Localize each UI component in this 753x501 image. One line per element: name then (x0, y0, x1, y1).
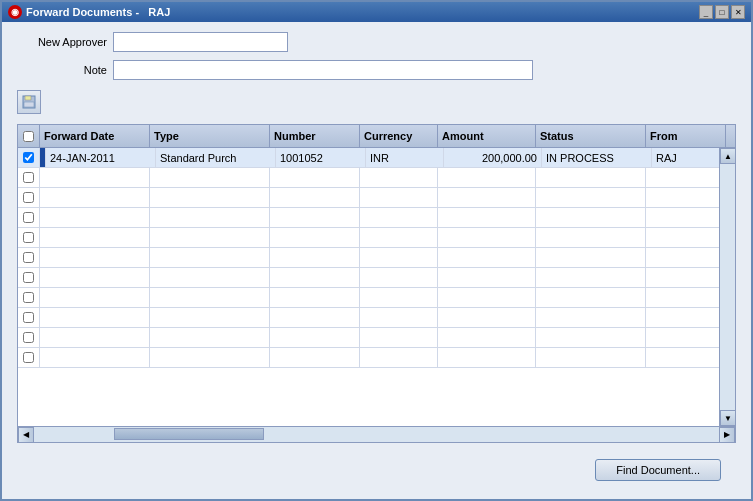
cell-empty (360, 248, 438, 267)
cell-currency: INR (366, 148, 444, 167)
row-checkbox[interactable] (23, 252, 34, 263)
hscroll-thumb[interactable] (114, 428, 264, 440)
close-button[interactable]: ✕ (731, 5, 745, 19)
cell-empty (270, 348, 360, 367)
find-document-button[interactable]: Find Document... (595, 459, 721, 481)
header-amount: Amount (438, 125, 536, 147)
main-window: ◉ Forward Documents - RAJ _ □ ✕ New Appr… (0, 0, 753, 501)
svg-rect-2 (24, 102, 34, 107)
cell-status: IN PROCESS (542, 148, 652, 167)
row-checkbox-cell (18, 348, 40, 367)
cell-empty (536, 208, 646, 227)
header-date: Forward Date (40, 125, 150, 147)
cell-date: 24-JAN-2011 (46, 148, 156, 167)
cell-empty (536, 308, 646, 327)
cell-empty (646, 348, 719, 367)
header-checkbox-cell (18, 125, 40, 147)
cell-empty (40, 188, 150, 207)
cell-empty (150, 268, 270, 287)
table-row (18, 188, 719, 208)
row-checkbox[interactable] (23, 332, 34, 343)
cell-empty (40, 308, 150, 327)
row-checkbox-cell (18, 268, 40, 287)
cell-empty (40, 288, 150, 307)
cell-empty (40, 248, 150, 267)
scroll-up-button[interactable]: ▲ (720, 148, 735, 164)
row-checkbox[interactable] (23, 272, 34, 283)
row-checkbox[interactable] (23, 232, 34, 243)
title-bar: ◉ Forward Documents - RAJ _ □ ✕ (2, 2, 751, 22)
app-icon: ◉ (8, 5, 22, 19)
table-body-area: 24-JAN-2011 Standard Purch 1001052 INR 2… (18, 148, 735, 426)
cell-empty (150, 328, 270, 347)
cell-empty (360, 268, 438, 287)
cell-empty (360, 168, 438, 187)
cell-empty (536, 168, 646, 187)
maximize-button[interactable]: □ (715, 5, 729, 19)
svg-rect-1 (25, 96, 31, 100)
cell-empty (270, 308, 360, 327)
cell-empty (40, 168, 150, 187)
row-checkbox[interactable] (23, 352, 34, 363)
row-checkbox[interactable] (23, 152, 34, 163)
header-type: Type (150, 125, 270, 147)
cell-empty (270, 168, 360, 187)
cell-empty (150, 228, 270, 247)
note-input[interactable] (113, 60, 533, 80)
scroll-left-button[interactable]: ◀ (18, 427, 34, 443)
horizontal-scrollbar[interactable]: ◀ ▶ (18, 426, 735, 442)
cell-empty (438, 308, 536, 327)
cell-empty (438, 248, 536, 267)
note-label: Note (17, 64, 107, 76)
approver-input[interactable] (113, 32, 288, 52)
table-row (18, 228, 719, 248)
cell-empty (438, 168, 536, 187)
cell-empty (40, 208, 150, 227)
cell-empty (646, 188, 719, 207)
cell-empty (40, 268, 150, 287)
cell-empty (270, 188, 360, 207)
minimize-button[interactable]: _ (699, 5, 713, 19)
row-checkbox[interactable] (23, 212, 34, 223)
table-row (18, 308, 719, 328)
cell-empty (150, 208, 270, 227)
documents-table: Forward Date Type Number Currency Amount… (17, 124, 736, 443)
row-checkbox-cell (18, 308, 40, 327)
row-checkbox[interactable] (23, 172, 34, 183)
cell-empty (438, 208, 536, 227)
cell-empty (270, 328, 360, 347)
cell-empty (536, 328, 646, 347)
row-checkbox[interactable] (23, 292, 34, 303)
cell-empty (438, 288, 536, 307)
cell-empty (150, 348, 270, 367)
save-toolbar-button[interactable] (17, 90, 41, 114)
footer: Find Document... (17, 451, 736, 489)
row-checkbox-cell (18, 248, 40, 267)
cell-empty (360, 228, 438, 247)
cell-empty (270, 268, 360, 287)
hscroll-track[interactable] (34, 427, 719, 442)
select-all-checkbox[interactable] (23, 131, 34, 142)
cell-empty (646, 308, 719, 327)
scroll-down-button[interactable]: ▼ (720, 410, 735, 426)
note-row: Note (17, 60, 736, 80)
table-row (18, 248, 719, 268)
table-row[interactable]: 24-JAN-2011 Standard Purch 1001052 INR 2… (18, 148, 719, 168)
table-rows: 24-JAN-2011 Standard Purch 1001052 INR 2… (18, 148, 719, 426)
table-row (18, 208, 719, 228)
vertical-scrollbar[interactable]: ▲ ▼ (719, 148, 735, 426)
cell-empty (646, 248, 719, 267)
cell-empty (40, 228, 150, 247)
title-bar-left: ◉ Forward Documents - RAJ (8, 5, 170, 19)
cell-empty (646, 288, 719, 307)
row-checkbox-cell (18, 148, 40, 167)
row-checkbox[interactable] (23, 312, 34, 323)
cell-empty (40, 328, 150, 347)
cell-empty (360, 208, 438, 227)
row-checkbox-cell (18, 188, 40, 207)
cell-empty (536, 348, 646, 367)
cell-amount: 200,000.00 (444, 148, 542, 167)
row-checkbox[interactable] (23, 192, 34, 203)
scroll-right-button[interactable]: ▶ (719, 427, 735, 443)
scroll-track[interactable] (720, 164, 735, 410)
